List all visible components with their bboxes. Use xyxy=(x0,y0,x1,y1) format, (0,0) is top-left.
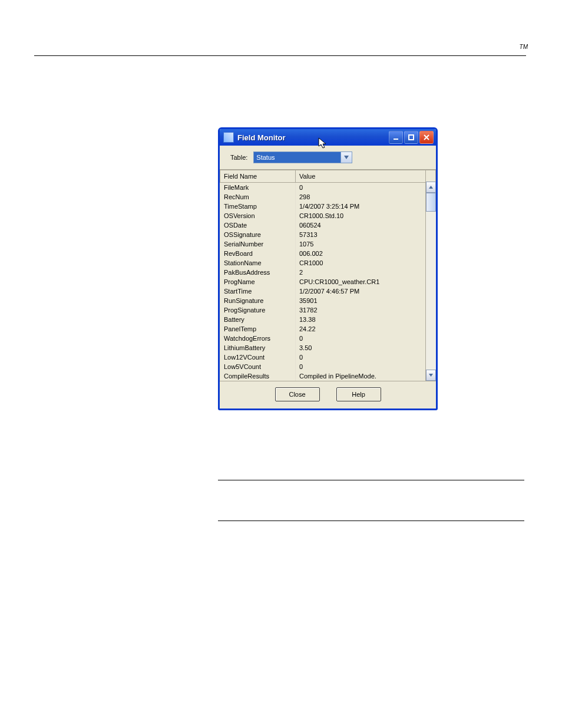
cell-value: 1075 xyxy=(296,239,426,249)
cell-field-name: OSSignature xyxy=(220,230,296,239)
cell-value: CR1000.Std.10 xyxy=(296,211,426,220)
cell-field-name: LithiumBattery xyxy=(220,343,296,353)
table-row[interactable]: OSDate060524 xyxy=(220,220,436,230)
table-row[interactable]: LithiumBattery3.50 xyxy=(220,343,436,353)
cell-field-name: PanelTemp xyxy=(220,324,296,334)
cell-value: 0 xyxy=(296,334,426,343)
table-row[interactable]: CompileResultsCompiled in PipelineMode. xyxy=(220,371,436,381)
cell-field-name: WatchdogErrors xyxy=(220,334,296,343)
close-dialog-button[interactable]: Close xyxy=(275,387,320,401)
cell-field-name: OSDate xyxy=(220,220,296,230)
cell-field-name: RunSignature xyxy=(220,296,296,305)
cell-value: 3.50 xyxy=(296,343,426,353)
header-rule xyxy=(34,55,526,56)
table-row[interactable]: OSVersionCR1000.Std.10 xyxy=(220,211,436,220)
table-row[interactable]: RunSignature35901 xyxy=(220,296,436,305)
client-area: Table: Status Field Name Value FileMa xyxy=(220,146,436,409)
cell-value: 57313 xyxy=(296,230,426,239)
scroll-thumb[interactable] xyxy=(426,193,436,212)
table-row[interactable]: StationNameCR1000 xyxy=(220,258,436,268)
titlebar[interactable]: Field Monitor xyxy=(220,129,436,146)
table-row[interactable]: ProgSignature31782 xyxy=(220,305,436,315)
close-icon xyxy=(423,134,430,141)
button-panel: Close Help xyxy=(220,381,436,409)
body-rule-1 xyxy=(218,480,524,480)
close-button[interactable] xyxy=(419,131,434,144)
chevron-up-icon xyxy=(429,186,433,189)
cell-field-name: SerialNumber xyxy=(220,239,296,249)
table-combobox-value: Status xyxy=(253,151,340,163)
cell-value: 0 xyxy=(296,353,426,362)
header-trademark: TM xyxy=(520,44,528,50)
chevron-down-icon xyxy=(429,374,433,377)
table-row[interactable]: ProgNameCPU:CR1000_weather.CR1 xyxy=(220,277,436,286)
cell-field-name: ProgName xyxy=(220,277,296,286)
table-row[interactable]: OSSignature57313 xyxy=(220,230,436,239)
cell-value: 1/2/2007 4:46:57 PM xyxy=(296,286,426,296)
cell-value: 0 xyxy=(296,183,426,193)
table-label: Table: xyxy=(230,154,247,161)
body-rule-2 xyxy=(218,521,524,521)
vertical-scrollbar[interactable] xyxy=(425,182,436,381)
cell-value: 35901 xyxy=(296,296,426,305)
cell-value: CR1000 xyxy=(296,258,426,268)
cell-value: CPU:CR1000_weather.CR1 xyxy=(296,277,426,286)
table-row[interactable]: StartTime1/2/2007 4:46:57 PM xyxy=(220,286,436,296)
cell-value: 24.22 xyxy=(296,324,426,334)
cell-value: 006.002 xyxy=(296,249,426,258)
table-row[interactable]: PanelTemp24.22 xyxy=(220,324,436,334)
data-grid[interactable]: Field Name Value FileMark0RecNum298TimeS… xyxy=(220,170,436,381)
maximize-button[interactable] xyxy=(404,131,418,144)
cell-field-name: PakBusAddress xyxy=(220,268,296,277)
window-title: Field Monitor xyxy=(237,133,389,142)
svg-rect-0 xyxy=(394,139,398,140)
table-row[interactable]: PakBusAddress2 xyxy=(220,268,436,277)
scroll-down-button[interactable] xyxy=(426,370,436,381)
table-row[interactable]: RecNum298 xyxy=(220,192,436,202)
cell-value: 0 xyxy=(296,362,426,371)
cell-field-name: Low12VCount xyxy=(220,353,296,362)
table-row[interactable]: WatchdogErrors0 xyxy=(220,334,436,343)
minimize-button[interactable] xyxy=(389,131,403,144)
help-button[interactable]: Help xyxy=(336,387,381,401)
column-header-field-name[interactable]: Field Name xyxy=(220,170,296,183)
column-header-spacer xyxy=(426,170,436,183)
cell-field-name: CompileResults xyxy=(220,371,296,381)
chevron-down-icon xyxy=(344,156,349,159)
cell-value: 298 xyxy=(296,192,426,202)
table-row[interactable]: SerialNumber1075 xyxy=(220,239,436,249)
cell-field-name: TimeStamp xyxy=(220,202,296,211)
table-row[interactable]: RevBoard006.002 xyxy=(220,249,436,258)
table-combobox[interactable]: Status xyxy=(253,151,352,163)
cell-value: 2 xyxy=(296,268,426,277)
app-icon xyxy=(223,132,234,143)
cell-field-name: Battery xyxy=(220,315,296,324)
cell-field-name: RevBoard xyxy=(220,249,296,258)
scroll-track[interactable] xyxy=(426,193,436,370)
cell-value: 1/4/2007 3:25:14 PM xyxy=(296,202,426,211)
cell-field-name: Low5VCount xyxy=(220,362,296,371)
table-combobox-button[interactable] xyxy=(340,151,352,163)
table-selector-panel: Table: Status xyxy=(220,146,436,169)
cell-value: Compiled in PipelineMode. xyxy=(296,371,426,381)
cell-value: 13.38 xyxy=(296,315,426,324)
table-row[interactable]: TimeStamp1/4/2007 3:25:14 PM xyxy=(220,202,436,211)
table-row[interactable]: Low5VCount0 xyxy=(220,362,436,371)
cell-field-name: RecNum xyxy=(220,192,296,202)
cell-field-name: StationName xyxy=(220,258,296,268)
maximize-icon xyxy=(408,134,415,141)
cell-field-name: FileMark xyxy=(220,183,296,193)
data-grid-wrap: Field Name Value FileMark0RecNum298TimeS… xyxy=(220,169,436,381)
cell-value: 060524 xyxy=(296,220,426,230)
cell-field-name: StartTime xyxy=(220,286,296,296)
table-row[interactable]: Low12VCount0 xyxy=(220,353,436,362)
scroll-up-button[interactable] xyxy=(426,182,436,193)
cell-field-name: OSVersion xyxy=(220,211,296,220)
table-row[interactable]: Battery13.38 xyxy=(220,315,436,324)
svg-rect-1 xyxy=(409,135,414,140)
column-header-value[interactable]: Value xyxy=(296,170,426,183)
cell-value: 31782 xyxy=(296,305,426,315)
table-row[interactable]: FileMark0 xyxy=(220,183,436,193)
field-monitor-window: Field Monitor Table: Status xyxy=(218,127,438,410)
cell-field-name: ProgSignature xyxy=(220,305,296,315)
